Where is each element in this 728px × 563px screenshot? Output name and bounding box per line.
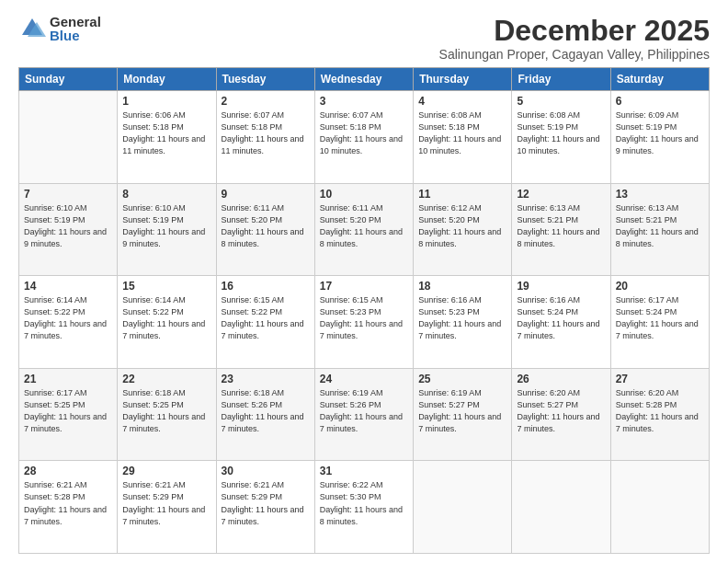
table-row: 4Sunrise: 6:08 AM Sunset: 5:18 PM Daylig… [414, 91, 512, 184]
day-info: Sunrise: 6:20 AM Sunset: 5:27 PM Dayligh… [517, 387, 605, 435]
day-number: 22 [122, 373, 210, 385]
day-number: 4 [418, 95, 506, 108]
day-number: 19 [517, 280, 605, 293]
day-number: 21 [24, 373, 112, 385]
title-block: December 2025 Salinungan Proper, Cagayan… [439, 15, 710, 62]
month-title: December 2025 [439, 15, 710, 47]
table-row: 12Sunrise: 6:13 AM Sunset: 5:21 PM Dayli… [512, 183, 610, 276]
table-row: 24Sunrise: 6:19 AM Sunset: 5:26 PM Dayli… [314, 368, 413, 461]
header-thursday: Thursday [414, 68, 512, 91]
table-row: 23Sunrise: 6:18 AM Sunset: 5:26 PM Dayli… [216, 368, 314, 461]
day-info: Sunrise: 6:18 AM Sunset: 5:25 PM Dayligh… [122, 387, 210, 435]
day-number: 8 [122, 188, 210, 201]
day-info: Sunrise: 6:08 AM Sunset: 5:18 PM Dayligh… [418, 109, 506, 157]
table-row: 26Sunrise: 6:20 AM Sunset: 5:27 PM Dayli… [512, 368, 610, 461]
day-info: Sunrise: 6:21 AM Sunset: 5:29 PM Dayligh… [222, 479, 310, 527]
day-info: Sunrise: 6:11 AM Sunset: 5:20 PM Dayligh… [320, 202, 408, 250]
day-info: Sunrise: 6:16 AM Sunset: 5:23 PM Dayligh… [418, 294, 506, 342]
table-row: 1Sunrise: 6:06 AM Sunset: 5:18 PM Daylig… [118, 91, 216, 184]
day-info: Sunrise: 6:17 AM Sunset: 5:25 PM Dayligh… [24, 387, 112, 435]
day-info: Sunrise: 6:19 AM Sunset: 5:26 PM Dayligh… [320, 387, 408, 435]
table-row: 29Sunrise: 6:21 AM Sunset: 5:29 PM Dayli… [118, 461, 216, 554]
day-info: Sunrise: 6:07 AM Sunset: 5:18 PM Dayligh… [320, 109, 408, 157]
table-row: 27Sunrise: 6:20 AM Sunset: 5:28 PM Dayli… [610, 368, 709, 461]
day-info: Sunrise: 6:18 AM Sunset: 5:26 PM Dayligh… [222, 387, 310, 435]
day-info: Sunrise: 6:10 AM Sunset: 5:19 PM Dayligh… [24, 202, 112, 250]
table-row: 15Sunrise: 6:14 AM Sunset: 5:22 PM Dayli… [118, 276, 216, 369]
logo-icon [18, 15, 46, 42]
day-info: Sunrise: 6:07 AM Sunset: 5:18 PM Dayligh… [222, 109, 310, 157]
day-number: 29 [122, 465, 210, 477]
header: General Blue December 2025 Salinungan Pr… [18, 15, 710, 62]
table-row: 17Sunrise: 6:15 AM Sunset: 5:23 PM Dayli… [314, 276, 413, 369]
day-number: 2 [222, 95, 310, 108]
day-number: 30 [222, 465, 310, 477]
table-row [610, 461, 709, 554]
day-number: 6 [616, 95, 704, 108]
day-number: 17 [320, 280, 408, 293]
table-row: 2Sunrise: 6:07 AM Sunset: 5:18 PM Daylig… [216, 91, 314, 184]
logo: General Blue [18, 15, 101, 42]
table-row: 28Sunrise: 6:21 AM Sunset: 5:28 PM Dayli… [19, 461, 118, 554]
day-number: 15 [122, 280, 210, 293]
calendar-week-row: 28Sunrise: 6:21 AM Sunset: 5:28 PM Dayli… [19, 461, 710, 554]
header-saturday: Saturday [610, 68, 709, 91]
header-wednesday: Wednesday [314, 68, 413, 91]
day-number: 14 [24, 280, 112, 293]
day-number: 3 [320, 95, 408, 108]
day-number: 10 [320, 188, 408, 201]
table-row: 16Sunrise: 6:15 AM Sunset: 5:22 PM Dayli… [216, 276, 314, 369]
table-row: 11Sunrise: 6:12 AM Sunset: 5:20 PM Dayli… [414, 183, 512, 276]
table-row: 7Sunrise: 6:10 AM Sunset: 5:19 PM Daylig… [19, 183, 118, 276]
day-info: Sunrise: 6:22 AM Sunset: 5:30 PM Dayligh… [320, 479, 408, 527]
day-info: Sunrise: 6:11 AM Sunset: 5:20 PM Dayligh… [222, 202, 310, 250]
page: General Blue December 2025 Salinungan Pr… [0, 0, 728, 563]
table-row: 19Sunrise: 6:16 AM Sunset: 5:24 PM Dayli… [512, 276, 610, 369]
day-number: 11 [418, 188, 506, 201]
day-number: 26 [517, 373, 605, 385]
day-info: Sunrise: 6:20 AM Sunset: 5:28 PM Dayligh… [616, 387, 704, 435]
day-info: Sunrise: 6:19 AM Sunset: 5:27 PM Dayligh… [418, 387, 506, 435]
day-number: 1 [122, 95, 210, 108]
weekday-header-row: Sunday Monday Tuesday Wednesday Thursday… [19, 68, 710, 91]
day-number: 24 [320, 373, 408, 385]
day-info: Sunrise: 6:12 AM Sunset: 5:20 PM Dayligh… [418, 202, 506, 250]
day-info: Sunrise: 6:06 AM Sunset: 5:18 PM Dayligh… [122, 109, 210, 157]
day-number: 13 [616, 188, 704, 201]
table-row: 31Sunrise: 6:22 AM Sunset: 5:30 PM Dayli… [314, 461, 413, 554]
header-tuesday: Tuesday [216, 68, 314, 91]
table-row [19, 91, 118, 184]
day-info: Sunrise: 6:16 AM Sunset: 5:24 PM Dayligh… [517, 294, 605, 342]
table-row: 13Sunrise: 6:13 AM Sunset: 5:21 PM Dayli… [610, 183, 709, 276]
location-subtitle: Salinungan Proper, Cagayan Valley, Phili… [439, 47, 710, 62]
calendar-week-row: 21Sunrise: 6:17 AM Sunset: 5:25 PM Dayli… [19, 368, 710, 461]
table-row: 8Sunrise: 6:10 AM Sunset: 5:19 PM Daylig… [118, 183, 216, 276]
day-number: 27 [616, 373, 704, 385]
calendar-week-row: 14Sunrise: 6:14 AM Sunset: 5:22 PM Dayli… [19, 276, 710, 369]
day-info: Sunrise: 6:13 AM Sunset: 5:21 PM Dayligh… [616, 202, 704, 250]
day-number: 9 [222, 188, 310, 201]
day-info: Sunrise: 6:15 AM Sunset: 5:22 PM Dayligh… [222, 294, 310, 342]
day-number: 18 [418, 280, 506, 293]
table-row: 3Sunrise: 6:07 AM Sunset: 5:18 PM Daylig… [314, 91, 413, 184]
day-info: Sunrise: 6:15 AM Sunset: 5:23 PM Dayligh… [320, 294, 408, 342]
table-row: 9Sunrise: 6:11 AM Sunset: 5:20 PM Daylig… [216, 183, 314, 276]
day-info: Sunrise: 6:21 AM Sunset: 5:28 PM Dayligh… [24, 479, 112, 527]
day-info: Sunrise: 6:17 AM Sunset: 5:24 PM Dayligh… [616, 294, 704, 342]
day-number: 5 [517, 95, 605, 108]
table-row: 6Sunrise: 6:09 AM Sunset: 5:19 PM Daylig… [610, 91, 709, 184]
calendar-table: Sunday Monday Tuesday Wednesday Thursday… [18, 67, 710, 554]
day-info: Sunrise: 6:14 AM Sunset: 5:22 PM Dayligh… [24, 294, 112, 342]
calendar-week-row: 1Sunrise: 6:06 AM Sunset: 5:18 PM Daylig… [19, 91, 710, 184]
day-number: 28 [24, 465, 112, 477]
calendar-week-row: 7Sunrise: 6:10 AM Sunset: 5:19 PM Daylig… [19, 183, 710, 276]
header-sunday: Sunday [19, 68, 118, 91]
day-info: Sunrise: 6:21 AM Sunset: 5:29 PM Dayligh… [122, 479, 210, 527]
day-number: 12 [517, 188, 605, 201]
day-info: Sunrise: 6:13 AM Sunset: 5:21 PM Dayligh… [517, 202, 605, 250]
day-number: 16 [222, 280, 310, 293]
table-row: 22Sunrise: 6:18 AM Sunset: 5:25 PM Dayli… [118, 368, 216, 461]
table-row: 18Sunrise: 6:16 AM Sunset: 5:23 PM Dayli… [414, 276, 512, 369]
table-row [414, 461, 512, 554]
header-monday: Monday [118, 68, 216, 91]
